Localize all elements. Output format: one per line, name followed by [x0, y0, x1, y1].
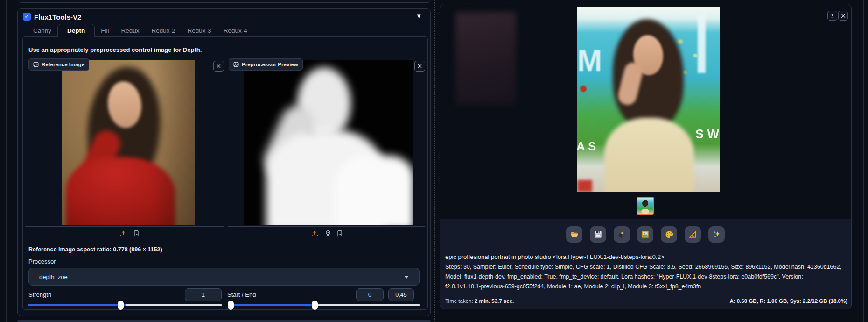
processor-dropdown[interactable]: depth_zoe: [28, 268, 420, 286]
reference-image[interactable]: [62, 60, 195, 225]
depth-hint-text: Use an appropriately preprocessed contro…: [28, 46, 202, 53]
time-taken: Time taken: 2 min. 53.7 sec.: [445, 298, 514, 304]
upload-icon: [311, 229, 319, 237]
divider: [228, 226, 425, 227]
download-icon: [830, 13, 835, 18]
prompt-text: epic proffesional portrait in photo stud…: [445, 253, 847, 260]
card-file-box-icon: [617, 230, 627, 239]
clipboard-icon: [336, 229, 343, 237]
next-section-edge: [17, 320, 431, 322]
floppy-disk-icon: [594, 230, 602, 239]
send-to-inpaint-button[interactable]: [661, 226, 677, 243]
sparkles-icon: [712, 230, 721, 239]
end-slider-handle[interactable]: [312, 301, 318, 310]
preprocessor-preview-image[interactable]: [244, 60, 413, 225]
generation-params-line: Steps: 30, Sampler: Euler, Schedule type…: [445, 264, 847, 270]
tab-redux[interactable]: Redux: [115, 24, 146, 37]
previous-accordion-edge: [17, 0, 432, 3]
enable-checkbox[interactable]: ✓: [23, 13, 31, 21]
close-icon: [217, 64, 221, 68]
end-input[interactable]: [388, 288, 414, 301]
send-to-extras-button[interactable]: [685, 226, 701, 243]
paste-reference-button[interactable]: [132, 229, 140, 237]
paste-preview-button[interactable]: [336, 229, 344, 237]
webcam-button[interactable]: [324, 229, 332, 237]
sparkles-upscale-button[interactable]: [708, 226, 725, 243]
start-input[interactable]: [356, 288, 384, 301]
upload-preview-button[interactable]: [310, 229, 319, 237]
processor-value: depth_zoe: [39, 273, 68, 280]
tab-fill[interactable]: Fill: [95, 24, 115, 37]
image-icon: [33, 62, 39, 67]
right-scrollbar-track[interactable]: [858, 0, 858, 322]
clear-preview-image-button[interactable]: [414, 61, 425, 72]
strength-input[interactable]: [185, 288, 222, 301]
close-icon: [418, 64, 422, 68]
generated-image[interactable]: M S W A S: [577, 7, 720, 192]
start-slider-handle[interactable]: [228, 301, 234, 310]
result-panel: M S W A S: [440, 4, 852, 309]
flux1tools-accordion: ✓ Flux1Tools-V2 ▼ Canny Depth Fill Redux…: [17, 8, 431, 316]
graffiti-letter: M: [577, 43, 602, 78]
strength-slider-track[interactable]: [28, 304, 222, 306]
upload-icon: [119, 229, 127, 237]
depth-tab-content: Use an appropriately preprocessed contro…: [22, 36, 428, 310]
tab-depth[interactable]: Depth: [57, 24, 95, 37]
left-edge-line-2: [6, 0, 7, 322]
download-image-button[interactable]: [827, 11, 837, 21]
upload-reference-button[interactable]: [119, 229, 127, 237]
left-edge-line: [4, 0, 4, 322]
tab-redux-4[interactable]: Redux-4: [217, 24, 253, 37]
clipboard-icon: [133, 229, 140, 237]
save-zip-button[interactable]: [614, 226, 630, 243]
generation-params-line: Model: flux1-depth-dev, fmp_enabled: Tru…: [445, 273, 847, 280]
folder-icon: [570, 230, 579, 239]
accordion-header[interactable]: ✓ Flux1Tools-V2 ▼: [18, 9, 430, 24]
start-end-label: Start / End: [227, 291, 256, 298]
divider: [25, 226, 224, 227]
open-folder-button[interactable]: [566, 226, 582, 243]
close-icon: [841, 14, 846, 18]
right-edge-line: [863, 0, 864, 322]
processor-label: Processor: [28, 258, 56, 265]
strength-label: Strength: [28, 291, 51, 298]
time-taken-value: 2 min. 53.7 sec.: [475, 298, 514, 304]
memory-stats: A: 0.60 GB, R: 1.06 GB, Sys: 2.2/12 GB (…: [730, 298, 848, 304]
chevron-down-icon: [404, 276, 409, 279]
clear-reference-image-button[interactable]: [213, 61, 224, 72]
graffiti-letters: A S: [577, 139, 596, 154]
start-end-slider-track[interactable]: [228, 304, 420, 306]
triangular-ruler-icon: [688, 230, 697, 239]
collapse-arrow-icon[interactable]: ▼: [416, 13, 422, 20]
framed-picture-icon: [641, 230, 650, 239]
image-viewer: M S W A S: [440, 4, 851, 219]
gallery-adjacent-image[interactable]: [455, 12, 516, 105]
preprocessor-preview-label: Preprocessor Preview: [229, 58, 303, 71]
generation-params-line: f2.0.1v1.10.1-previous-659-gc055f2d4, Mo…: [445, 283, 847, 290]
graffiti-letters: S W: [695, 127, 719, 142]
image-icon: [233, 62, 239, 67]
close-preview-button[interactable]: [838, 11, 848, 21]
aspect-ratio-text: Reference image aspect ratio: 0.778 (896…: [28, 246, 162, 253]
save-image-button[interactable]: [590, 226, 606, 243]
tab-redux-2[interactable]: Redux-2: [146, 24, 182, 37]
send-to-img2img-button[interactable]: [637, 226, 653, 243]
tab-bar: Canny Depth Fill Redux Redux-2 Redux-3 R…: [27, 24, 253, 37]
tab-canny[interactable]: Canny: [27, 24, 57, 37]
app-window: ✓ Flux1Tools-V2 ▼ Canny Depth Fill Redux…: [0, 0, 868, 322]
accordion-title: Flux1Tools-V2: [34, 13, 81, 21]
tab-redux-3[interactable]: Redux-3: [182, 24, 217, 37]
column-resize-handle[interactable]: [434, 0, 435, 322]
palette-icon: [665, 230, 674, 239]
reference-image-label: Reference Image: [28, 58, 89, 71]
webcam-icon: [324, 229, 332, 237]
gallery-thumbnail-selected[interactable]: [637, 197, 654, 215]
strength-slider-handle[interactable]: [118, 301, 124, 310]
